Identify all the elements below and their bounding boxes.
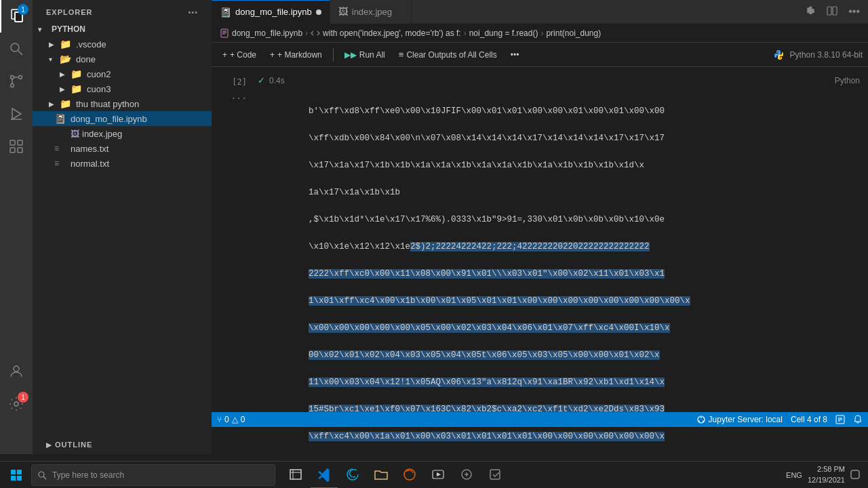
clear-outputs-button[interactable]: ≡ Clear Outputs of All Cells <box>393 47 502 62</box>
tab-image[interactable]: 🖼 index.jpeg <box>330 0 412 24</box>
breadcrumb-sep1: › <box>305 28 308 38</box>
activity-item-search[interactable] <box>0 33 33 65</box>
outline-arrow-icon: ▶ <box>46 441 52 449</box>
tab-notebook[interactable]: 📓 dong_mo_file.ipynb <box>212 0 330 24</box>
notebook-toolbar: + + Code + + Markdown ▶▶ Run All ≡ Clear… <box>212 43 868 67</box>
svg-point-22 <box>701 417 702 418</box>
taskbar-clock[interactable]: 2:58 PM 12/19/2021 <box>808 464 845 485</box>
cell-area[interactable]: [2] ✓ 0.4s Python ... b'\xff\xd8\xff\xe0… <box>212 67 868 454</box>
add-markdown-button[interactable]: + + Markdown <box>264 48 328 62</box>
sidebar-item-cuon2[interactable]: ▶ 📁 cuon2 <box>33 66 212 81</box>
jupyter-status[interactable]: Jupyter Server: local <box>696 415 783 424</box>
taskbar-start-button[interactable] <box>3 462 30 489</box>
svg-rect-12 <box>18 148 22 152</box>
svg-point-33 <box>39 472 44 477</box>
notebook-icon-status[interactable] <box>835 415 845 424</box>
svg-point-5 <box>11 84 14 87</box>
taskbar-app-misc1[interactable] <box>453 462 480 489</box>
activity-item-explorer[interactable]: 1 <box>0 0 33 33</box>
run-all-button[interactable]: ▶▶ Run All <box>339 48 391 62</box>
cell-gutter-output: ... <box>212 88 252 454</box>
taskbar-date-value: 12/19/2021 <box>808 475 845 485</box>
add-code-button[interactable]: + + Code <box>217 48 262 62</box>
cell-position[interactable]: Cell 4 of 8 <box>791 415 827 424</box>
tree-root-python[interactable]: ▾ PYTHON <box>33 22 212 37</box>
activity-item-source-control[interactable] <box>0 65 33 98</box>
more-actions-button[interactable]: ••• <box>846 3 863 20</box>
tab-notebook-label: dong_mo_file.ipynb <box>235 7 312 17</box>
folder-icon-thu-thuat: 📁 <box>60 98 73 109</box>
svg-point-13 <box>14 366 19 371</box>
breadcrumb-expr2[interactable]: print(noi_dung) <box>546 28 601 38</box>
svg-rect-17 <box>221 29 228 37</box>
notebook-icon: 📓 <box>54 113 68 124</box>
toolbar-separator <box>333 48 334 62</box>
python-icon <box>774 49 785 60</box>
breadcrumb: dong_mo_file.ipynb › with open('index.jp… <box>212 24 868 43</box>
breadcrumb-func[interactable]: with open('index.jpeg', mode='rb') as f: <box>323 28 461 38</box>
sidebar-item-notebook[interactable]: 📓 dong_mo_file.ipynb <box>33 111 212 126</box>
sidebar-title: EXPLORER <box>46 8 93 16</box>
outline-label: OUTLINE <box>55 441 92 449</box>
clear-outputs-label: Clear Outputs of All Cells <box>406 50 496 60</box>
sidebar-item-thu-thuat[interactable]: ▶ 📁 thu thuat python <box>33 96 212 111</box>
output-line-3: \x17\x1a\x17\x1b\x1b\x1a\x1a\x1b\x1a\x1a… <box>309 161 644 170</box>
git-status[interactable]: ⑂ 0 △ 0 <box>217 415 245 424</box>
add-code-label: + Code <box>230 50 256 60</box>
folder-open-icon: 📂 <box>60 54 73 64</box>
add-icon: + <box>222 50 227 60</box>
output-line-7-sel: 2222\xff\xc0\x00\x11\x08\x00\x91\x01\\\x… <box>309 269 665 279</box>
outline-section[interactable]: ▶ OUTLINE <box>33 435 212 454</box>
sidebar-item-vscode[interactable]: ▶ 📁 .vscode <box>33 37 212 52</box>
svg-rect-39 <box>490 470 500 479</box>
text-icon-normal: ≡ <box>54 159 68 168</box>
svg-rect-16 <box>833 7 837 15</box>
git-errors: 0 <box>224 415 229 424</box>
sidebar-item-image[interactable]: 🖼 index.jpeg <box>33 126 212 141</box>
activity-item-run[interactable] <box>0 98 33 130</box>
breadcrumb-file[interactable]: dong_mo_file.ipynb <box>232 28 302 38</box>
done-label: done <box>76 54 212 64</box>
sidebar-item-cuon3[interactable]: ▶ 📁 cuon3 <box>33 81 212 96</box>
svg-point-7 <box>19 76 22 79</box>
taskbar-search-bar[interactable]: Type here to search <box>31 464 275 486</box>
taskbar-system-icons: ENG <box>786 471 802 479</box>
sidebar-item-names[interactable]: ≡ names.txt <box>33 141 212 156</box>
status-bar: ⑂ 0 △ 0 Jupyter Server: local <box>212 412 868 427</box>
folder-taskbar-icon <box>374 467 389 482</box>
root-label: PYTHON <box>52 24 85 34</box>
tab-image-label: index.jpeg <box>352 7 392 17</box>
cell-output: ... b'\xff\xd8\xff\xe0\x00\x10JFIF\x00\x… <box>212 88 868 454</box>
notification-bell[interactable] <box>853 415 863 424</box>
svg-rect-32 <box>17 476 22 481</box>
jupyter-label: Jupyter Server: local <box>709 415 783 424</box>
taskbar-notification[interactable] <box>850 470 860 481</box>
cell-bracket-label: [2] <box>232 77 247 87</box>
toolbar-more-button[interactable]: ••• <box>505 48 525 62</box>
activity-item-extensions[interactable] <box>0 130 33 163</box>
taskbar-app-firefox[interactable] <box>396 462 423 489</box>
sidebar-item-normal[interactable]: ≡ normal.txt <box>33 156 212 171</box>
taskbar-search-icon <box>37 470 47 480</box>
split-editor-button[interactable] <box>824 3 840 21</box>
breadcrumb-expr1[interactable]: noi_dung = f.read() <box>469 28 538 38</box>
activity-item-settings[interactable]: 1 <box>0 388 33 420</box>
svg-rect-29 <box>11 470 16 474</box>
taskbar-app-edge[interactable] <box>339 462 366 489</box>
taskbar-app-explorer[interactable] <box>282 462 309 489</box>
cell-label: Cell 4 of 8 <box>791 415 827 424</box>
folder-icon-cuon3: 📁 <box>71 83 84 94</box>
taskbar-app-vscode[interactable] <box>311 462 338 489</box>
editor-settings-button[interactable] <box>802 3 818 21</box>
folder-icon-cuon2: 📁 <box>71 68 84 79</box>
taskbar-app-media[interactable] <box>425 462 452 489</box>
taskbar-app-folder[interactable] <box>368 462 395 489</box>
notebook-status-icon <box>835 415 845 424</box>
activity-item-accounts[interactable] <box>0 355 33 388</box>
taskbar-app-misc2[interactable] <box>481 462 509 489</box>
sidebar-item-done[interactable]: ▾ 📂 done <box>33 52 212 66</box>
svg-point-6 <box>11 76 14 79</box>
sidebar-more-button[interactable]: ••• <box>188 8 198 16</box>
svg-rect-9 <box>10 140 15 145</box>
explorer-badge: 1 <box>18 4 28 15</box>
